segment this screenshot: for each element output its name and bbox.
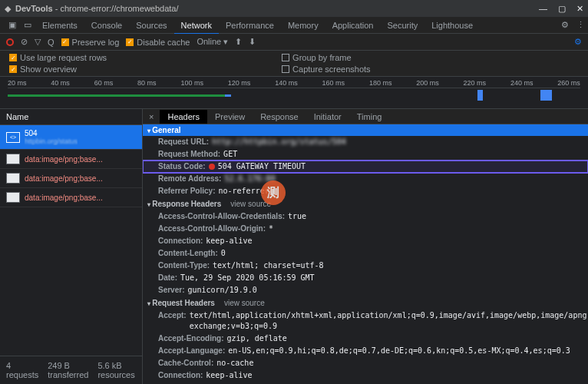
capture-screenshots-checkbox[interactable]: Capture screenshots <box>282 65 371 74</box>
timeline-tick: 100 ms <box>180 79 203 87</box>
close-details-button[interactable]: × <box>143 112 160 121</box>
detail-tab-initiator[interactable]: Initiator <box>306 110 349 124</box>
header-value: true <box>288 211 306 222</box>
timeline-tick: 200 ms <box>416 79 439 87</box>
header-key: Connection: <box>158 236 203 247</box>
app-name: DevTools <box>15 4 53 13</box>
request-headers-section[interactable]: Request Headersview source <box>143 296 588 310</box>
header-row: Content-Type:text/html; charset=utf-8 <box>143 260 588 272</box>
timeline-overview[interactable]: 20 ms40 ms60 ms80 ms100 ms120 ms140 ms16… <box>0 77 588 109</box>
header-value: keep-alive <box>206 370 252 381</box>
view-source-link[interactable]: view source <box>230 200 271 208</box>
header-value: * <box>269 223 273 234</box>
tab-elements[interactable]: Elements <box>35 18 84 33</box>
preserve-log-checkbox[interactable]: ✓Preserve log <box>61 38 120 47</box>
tab-application[interactable]: Application <box>325 18 381 33</box>
tab-lighthouse[interactable]: Lighthouse <box>424 18 480 33</box>
response-headers-section[interactable]: Response Headersview source <box>143 197 588 210</box>
header-row: Server:gunicorn/19.9.0 <box>143 284 588 296</box>
header-key: Connection: <box>158 370 203 381</box>
show-overview-checkbox[interactable]: ✓Show overview <box>9 65 107 74</box>
header-key: Remote Address: <box>158 174 221 184</box>
header-row: Request URL:http://httpbin.org/status/50… <box>143 136 588 148</box>
header-key: Access-Control-Allow-Origin: <box>158 223 266 234</box>
header-key: Accept: <box>158 310 187 332</box>
request-thumb-icon <box>6 173 20 184</box>
preserve-log-label: Preserve log <box>72 38 120 47</box>
tab-sources[interactable]: Sources <box>129 18 173 33</box>
status-bar: 4 requests 249 B transferred 5.6 kB reso… <box>0 356 142 384</box>
detail-tab-response[interactable]: Response <box>253 110 306 124</box>
filter-icon[interactable]: ▽ <box>35 37 41 47</box>
timeline-tick: 220 ms <box>464 79 487 87</box>
upload-icon[interactable]: ⬆ <box>235 37 242 47</box>
header-key: Status Code: <box>158 161 206 172</box>
request-row[interactable]: data:image/png;base... <box>0 188 142 207</box>
header-value: http://httpbin.org/status/504 <box>212 137 346 147</box>
header-row: Content-Length:0 <box>143 247 588 260</box>
settings-gear-icon[interactable]: ⚙ <box>557 20 573 30</box>
view-source-link[interactable]: view source <box>224 299 265 307</box>
detail-tab-timing[interactable]: Timing <box>349 110 390 124</box>
clear-button[interactable]: ⊘ <box>21 37 28 47</box>
device-toggle-icon[interactable]: ▭ <box>20 20 35 30</box>
header-row: Connection:keep-alive <box>143 369 588 382</box>
timeline-tick: 20 ms <box>8 79 27 87</box>
header-value: keep-alive <box>206 236 252 247</box>
tab-security[interactable]: Security <box>380 18 424 33</box>
download-icon[interactable]: ⬇ <box>249 37 256 47</box>
request-name: data:image/png;base... <box>25 194 103 202</box>
large-rows-checkbox[interactable]: ✓Use large request rows <box>9 53 107 62</box>
throttling-select[interactable]: Online ▾ <box>197 37 228 47</box>
window-maximize-button[interactable]: ▢ <box>558 4 566 14</box>
header-value: no-referrer <box>218 186 269 197</box>
detail-tab-headers[interactable]: Headers <box>160 110 207 124</box>
header-value: text/html,application/xhtml+xml,applicat… <box>190 310 588 332</box>
more-menu-icon[interactable]: ⋮ <box>573 20 588 30</box>
general-section-header[interactable]: General <box>143 124 588 136</box>
requests-sidebar: Name <>504httpbin.org/statusdata:image/p… <box>0 109 143 384</box>
transferred-size: 249 B transferred <box>48 361 88 379</box>
header-key: Content-Length: <box>158 248 218 259</box>
timeline-tick: 60 ms <box>94 79 114 87</box>
header-value: no-cache <box>216 358 253 369</box>
request-thumb-icon: <> <box>6 132 20 143</box>
request-row[interactable]: <>504httpbin.org/status <box>0 125 142 150</box>
header-key: Date: <box>158 273 177 283</box>
request-row[interactable]: data:image/png;base... <box>0 169 142 188</box>
tab-performance[interactable]: Performance <box>219 18 281 33</box>
tab-network[interactable]: Network <box>174 18 219 35</box>
header-row: Accept-Language:en-US,en;q=0.9,hi;q=0.8,… <box>143 345 588 357</box>
inspect-icon[interactable]: ▣ <box>5 20 20 30</box>
header-row: Remote Address:52.6.176:80 <box>143 173 588 185</box>
header-value: 0 <box>221 248 226 259</box>
window-close-button[interactable]: ✕ <box>576 4 583 14</box>
group-by-frame-checkbox[interactable]: Group by frame <box>282 53 371 62</box>
header-key: Referrer Policy: <box>158 186 215 197</box>
name-column-header[interactable]: Name <box>0 109 142 125</box>
disable-cache-checkbox[interactable]: ✓Disable cache <box>126 38 190 47</box>
record-button[interactable] <box>6 38 14 46</box>
header-key: Accept-Encoding: <box>158 333 224 344</box>
tab-memory[interactable]: Memory <box>281 18 325 33</box>
timeline-tick: 140 ms <box>275 79 298 87</box>
timeline-tick: 240 ms <box>510 79 533 87</box>
timeline-tick: 160 ms <box>322 79 345 87</box>
timeline-tick: 260 ms <box>557 79 580 87</box>
header-value: text/html; charset=utf-8 <box>213 260 324 271</box>
header-value: gzip, deflate <box>227 333 287 344</box>
header-value: Tue, 29 Sep 2020 05:16:59 GMT <box>180 273 315 283</box>
header-key: Accept-Language: <box>158 346 225 356</box>
request-details-panel: × HeadersPreviewResponseInitiatorTiming … <box>143 109 588 384</box>
header-key: Access-Control-Allow-Credentials: <box>158 211 285 222</box>
request-row[interactable]: data:image/png;base... <box>0 150 142 169</box>
request-name: data:image/png;base... <box>25 174 103 183</box>
tab-console[interactable]: Console <box>84 18 129 33</box>
disable-cache-label: Disable cache <box>137 38 190 47</box>
main-panel-tabs: ▣ ▭ ElementsConsoleSourcesNetworkPerform… <box>0 17 588 34</box>
network-settings-gear-icon[interactable]: ⚙ <box>574 37 582 47</box>
search-icon[interactable]: Q <box>48 38 55 47</box>
window-minimize-button[interactable]: — <box>539 4 547 14</box>
headers-scroll[interactable]: General Request URL:http://httpbin.org/s… <box>143 124 588 384</box>
detail-tab-preview[interactable]: Preview <box>207 110 253 124</box>
